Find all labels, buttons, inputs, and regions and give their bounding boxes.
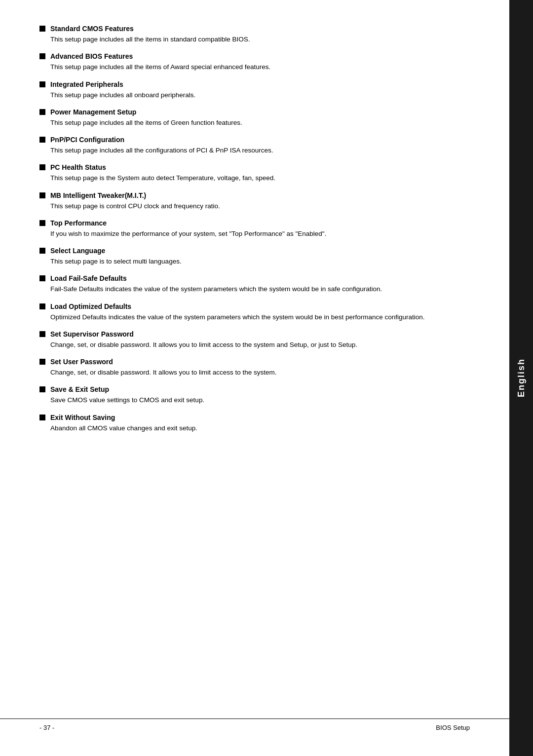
bullet-icon	[39, 415, 45, 420]
menu-item-title-text: Set Supervisor Password	[50, 330, 134, 338]
menu-item: Set Supervisor PasswordChange, set, or d…	[39, 330, 470, 350]
menu-item-title-text: Load Optimized Defaults	[50, 302, 131, 310]
bullet-icon	[39, 331, 45, 337]
bullet-icon	[39, 53, 45, 59]
menu-item-description: This setup page includes all the items o…	[50, 62, 470, 72]
menu-item-title-text: PnP/PCI Configuration	[50, 136, 124, 144]
menu-item: Load Optimized DefaultsOptimized Default…	[39, 302, 470, 322]
bullet-icon	[39, 192, 45, 198]
menu-item-title-text: Standard CMOS Features	[50, 25, 134, 33]
menu-item-title: Integrated Peripherals	[39, 80, 470, 88]
menu-item-description: Save CMOS value settings to CMOS and exi…	[50, 395, 470, 405]
menu-item: Standard CMOS FeaturesThis setup page in…	[39, 25, 470, 44]
menu-item-title: Advanced BIOS Features	[39, 52, 470, 60]
menu-item-description: If you wish to maximize the performance …	[50, 229, 470, 239]
bullet-icon	[39, 164, 45, 170]
menu-item-title-text: Integrated Peripherals	[50, 80, 123, 88]
menu-item-title: Power Management Setup	[39, 108, 470, 116]
menu-item-title-text: Top Performance	[50, 219, 107, 227]
menu-item: PC Health StatusThis setup page is the S…	[39, 163, 470, 183]
menu-item: Integrated PeripheralsThis setup page in…	[39, 80, 470, 100]
menu-list: Standard CMOS FeaturesThis setup page in…	[39, 25, 470, 433]
menu-item-description: This setup page is the System auto detec…	[50, 173, 470, 183]
menu-item-title: Load Optimized Defaults	[39, 302, 470, 310]
sidebar-label: English	[516, 358, 527, 397]
menu-item-title-text: Load Fail-Safe Defaults	[50, 274, 127, 282]
menu-item-description: This setup page is control CPU clock and…	[50, 201, 470, 211]
menu-item: Exit Without SavingAbandon all CMOS valu…	[39, 414, 470, 433]
menu-item: Power Management SetupThis setup page in…	[39, 108, 470, 128]
menu-item-description: This setup page includes all the items i…	[50, 35, 470, 44]
menu-item: PnP/PCI ConfigurationThis setup page inc…	[39, 136, 470, 155]
menu-item-title-text: Exit Without Saving	[50, 414, 115, 421]
bullet-icon	[39, 303, 45, 309]
menu-item-title: Exit Without Saving	[39, 414, 470, 421]
bullet-icon	[39, 386, 45, 392]
menu-item-description: This setup page includes all the items o…	[50, 118, 470, 128]
bullet-icon	[39, 275, 45, 281]
sidebar: English	[509, 0, 533, 756]
menu-item: Set User PasswordChange, set, or disable…	[39, 358, 470, 378]
page-container: Standard CMOS FeaturesThis setup page in…	[0, 0, 533, 756]
main-content: Standard CMOS FeaturesThis setup page in…	[0, 0, 509, 756]
bullet-icon	[39, 248, 45, 254]
menu-item-description: Change, set, or disable password. It all…	[50, 368, 470, 378]
menu-item-title: Standard CMOS Features	[39, 25, 470, 33]
menu-item-description: Abandon all CMOS value changes and exit …	[50, 423, 470, 433]
menu-item-description: This setup page includes all onboard per…	[50, 90, 470, 100]
menu-item-title: Set Supervisor Password	[39, 330, 470, 338]
menu-item: Advanced BIOS FeaturesThis setup page in…	[39, 52, 470, 72]
footer-page: - 37 -	[39, 724, 54, 731]
menu-item-title-text: Select Language	[50, 247, 105, 255]
menu-item-description: Optimized Defaults indicates the value o…	[50, 312, 470, 322]
bullet-icon	[39, 359, 45, 365]
bullet-icon	[39, 220, 45, 226]
menu-item-title: Select Language	[39, 247, 470, 255]
menu-item-description: This setup page is to select multi langu…	[50, 257, 470, 266]
bullet-icon	[39, 109, 45, 115]
menu-item-title: PC Health Status	[39, 163, 470, 171]
bullet-icon	[39, 81, 45, 87]
menu-item-title-text: Save & Exit Setup	[50, 385, 109, 393]
menu-item: MB Intelligent Tweaker(M.I.T.)This setup…	[39, 191, 470, 211]
menu-item-title-text: PC Health Status	[50, 163, 106, 171]
menu-item-title: Top Performance	[39, 219, 470, 227]
menu-item-title: PnP/PCI Configuration	[39, 136, 470, 144]
menu-item: Top PerformanceIf you wish to maximize t…	[39, 219, 470, 239]
menu-item: Select LanguageThis setup page is to sel…	[39, 247, 470, 266]
menu-item: Load Fail-Safe DefaultsFail-Safe Default…	[39, 274, 470, 294]
menu-item-title-text: Power Management Setup	[50, 108, 136, 116]
menu-item-title: Load Fail-Safe Defaults	[39, 274, 470, 282]
menu-item-title: MB Intelligent Tweaker(M.I.T.)	[39, 191, 470, 199]
menu-item-title-text: Advanced BIOS Features	[50, 52, 133, 60]
menu-item-title-text: MB Intelligent Tweaker(M.I.T.)	[50, 191, 146, 199]
menu-item-description: Fail-Safe Defaults indicates the value o…	[50, 284, 470, 294]
menu-item-title: Save & Exit Setup	[39, 385, 470, 393]
menu-item-description: This setup page includes all the configu…	[50, 146, 470, 155]
menu-item: Save & Exit SetupSave CMOS value setting…	[39, 385, 470, 405]
menu-item-title: Set User Password	[39, 358, 470, 366]
bullet-icon	[39, 137, 45, 143]
bullet-icon	[39, 26, 45, 32]
menu-item-title-text: Set User Password	[50, 358, 113, 366]
footer-title: BIOS Setup	[436, 724, 470, 731]
footer: - 37 - BIOS Setup	[0, 718, 509, 736]
menu-item-description: Change, set, or disable password. It all…	[50, 340, 470, 350]
